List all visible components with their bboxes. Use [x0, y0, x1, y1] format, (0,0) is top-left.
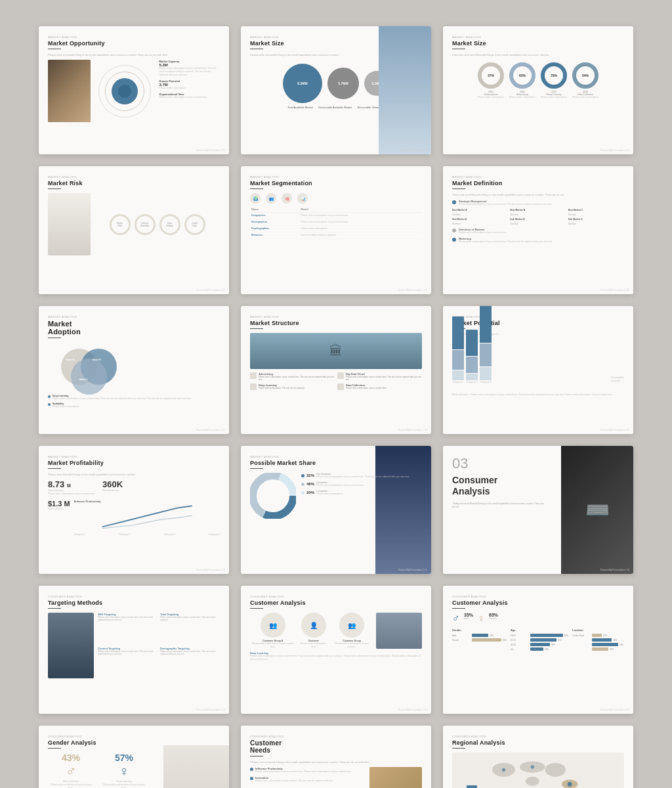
bar-row: 18-24 80%	[511, 634, 568, 637]
definition-content: Strategic Management Please write a desc…	[452, 200, 624, 244]
slide-image: 🏛	[250, 333, 422, 369]
col-header-model: Model	[299, 206, 422, 213]
female-label: Female	[489, 617, 498, 621]
bar-pct: 20%	[603, 634, 607, 637]
slide-category: Market Analysis	[452, 315, 624, 318]
seg-tag: Psychographics	[250, 225, 299, 232]
needs-desc: Please note a description of your conten…	[255, 779, 333, 783]
divider	[250, 49, 263, 49]
bar-label: 35-44	[511, 644, 529, 646]
grid-header: Sub Market B	[510, 218, 566, 221]
table-row: Behaviors Here and safely needs to repla…	[250, 232, 422, 238]
slide-desc: Please write beautiful things in the sma…	[48, 473, 220, 477]
customer-desc: Please write a description here.	[299, 642, 329, 649]
grid-cell: Text here	[510, 223, 566, 225]
divider	[452, 49, 465, 49]
def-desc: Please write a description of your conte…	[459, 231, 507, 234]
line-chart: Enhance Productivity Category 1 Category…	[74, 500, 220, 526]
customer-group-c: 👥 Customer Group Please write a descript…	[331, 613, 372, 649]
chart-x-label: Category 3	[163, 533, 175, 536]
venn-label-b: Market B	[93, 359, 101, 361]
divider	[452, 608, 465, 609]
bar-pct: 35%	[490, 634, 494, 637]
slide-grid: Market Analysis Market Opportunity Pleas…	[12, 0, 660, 788]
potential-note: Developablepotential	[612, 376, 624, 383]
stat-label: Data CollectionPlease write a descriptio…	[48, 489, 96, 496]
slide-image	[48, 193, 91, 255]
grid-header: New Market C	[568, 209, 624, 211]
slide-category: Market Analysis	[452, 175, 624, 179]
def-item-strategic: Strategic Management Please write a desc…	[452, 200, 624, 206]
grid-cell: Text here	[568, 223, 624, 225]
slide-number: PoweredByPresentation | 03	[600, 149, 629, 152]
female-icon: ♀	[477, 613, 485, 624]
donut-ring: 63%	[509, 62, 536, 89]
bar-pct: 30%	[545, 648, 549, 651]
slide-title: Market Potential	[452, 320, 624, 326]
chart-x-label: Category 1	[74, 533, 85, 536]
bar-pct: 35%	[610, 648, 614, 651]
legend-desc: Please write a description.	[316, 492, 343, 496]
slide-image: ♀ ♂	[163, 745, 229, 788]
divider	[48, 468, 61, 469]
slide-gender-analysis: Consumer Analysis Gender Analysis 43% ♂ …	[39, 726, 229, 788]
legend-dot	[301, 474, 304, 477]
stat-label: Placeholder text	[102, 489, 123, 492]
region-bar-blue	[467, 785, 477, 788]
col-title: Gender	[452, 628, 507, 632]
slide-number: PoweredByPresentation | 08	[398, 429, 427, 431]
legend-desc: Please write a description of your conte…	[316, 484, 364, 487]
target-item-demographic: Demographic Targeting Please write a des…	[160, 647, 220, 678]
label-item: Total Available Market	[287, 106, 313, 109]
female-label: Deep LearningPlease write a description …	[100, 780, 148, 788]
female-figure: ♀	[192, 785, 201, 789]
bar-pct: 65%	[503, 639, 507, 642]
section-quote: "Today and send Beautiful things in the …	[452, 502, 545, 510]
risk-credit: CreditRisk	[184, 214, 205, 235]
slide-number: PoweredByPresentation | 04	[196, 289, 225, 292]
slide-category: Market Analysis	[452, 35, 624, 39]
deep-learning-desc: Please write a description of your conte…	[250, 655, 422, 661]
stat-value: $1.3 M	[48, 500, 70, 508]
customer-circle: 👤	[301, 613, 326, 638]
target-desc: Please write a description of your conte…	[98, 616, 158, 621]
bar-fill	[592, 647, 608, 651]
legend-dot	[301, 483, 304, 486]
def-desc: Please write a description of your conte…	[459, 240, 553, 244]
regional-content: Category 1 Category 2 Category 3	[452, 753, 624, 788]
def-dot	[452, 229, 456, 232]
venn-diagram-small	[250, 785, 283, 788]
grid-header: Sub Market A	[452, 218, 508, 221]
slide-category: Consumer Analysis	[250, 735, 422, 738]
donut-value: 76%	[551, 74, 557, 77]
female-analysis: 57% ♀ Deep LearningPlease write a descri…	[100, 753, 148, 788]
metric-desc: Please write a description of your conte…	[159, 67, 220, 77]
slide-desc: Click here and send Beautiful things in …	[452, 53, 624, 57]
slide-customer-analysis-bars: Consumer Analysis Customer Analysis ♂ 35…	[443, 586, 633, 714]
map-region-asia	[545, 763, 566, 777]
slide-image	[48, 613, 94, 678]
donut-deep-learning: 76% 2023 Deep Learning Please write a de…	[541, 62, 567, 99]
stat-box-users: 360K Placeholder text	[102, 479, 123, 496]
seg-icon-demo: 👥	[266, 193, 276, 204]
needs-item-innovation: Innovation Please note a description of …	[250, 776, 366, 783]
needs-dot	[250, 768, 253, 771]
slide-title: CustomerNeeds	[250, 739, 422, 754]
bar-label: Female	[452, 639, 471, 642]
bar-group: Category 3	[480, 306, 492, 384]
donut-chart	[250, 473, 296, 519]
analysis-col-age: Age 18-24 80% 25-34 65% 35-44 45%	[511, 628, 568, 652]
bubble-serviceable: 5.7MM	[327, 68, 359, 99]
divider	[48, 608, 61, 609]
map-dot-europe	[531, 765, 534, 768]
legend-item-competitor2: 20% Competitor Please write a descriptio…	[301, 490, 422, 496]
venn-diagram: Market A Market B Market C	[48, 342, 220, 395]
stat-label: Data Collection	[48, 508, 70, 511]
grid-cell: Text here	[452, 223, 508, 225]
seg-tag: Demographics	[250, 219, 299, 225]
slide-image	[379, 26, 431, 154]
divider	[48, 338, 61, 338]
customer-bottom-text: Deep Learning Please write a description…	[250, 651, 422, 661]
grid-cell: Text here	[510, 213, 566, 216]
slide-number: PoweredByPresentation | 01	[196, 149, 225, 152]
